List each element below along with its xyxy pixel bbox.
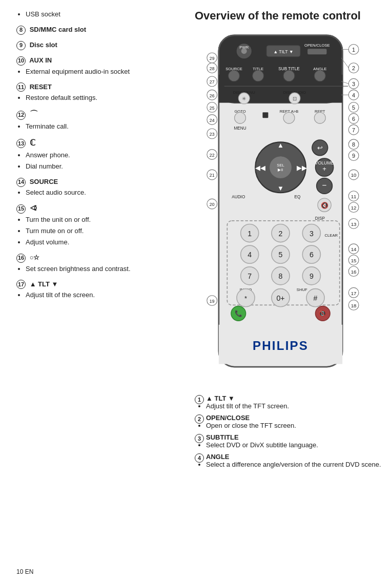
num-11: 11	[16, 82, 26, 92]
auxin-item: External equipment audio-in socket	[26, 67, 177, 77]
sdmmc-section: 8 SD/MMC card slot	[16, 25, 177, 35]
source-title: 14 SOURCE	[16, 177, 177, 187]
power-item3: Adjust volume.	[26, 237, 177, 247]
item1-title: ▲ TLT ▼	[206, 394, 383, 402]
item3-title: SUBTITLE	[206, 433, 383, 441]
brightness-section: 16 ○☆ Set screen brightness and contrast…	[16, 253, 177, 274]
svg-text:8: 8	[278, 272, 282, 280]
power-section: 15 ⏿ Turn the unit on or off. Turn mute …	[16, 203, 177, 247]
svg-text:📵: 📵	[319, 310, 327, 318]
svg-text:20: 20	[209, 202, 214, 207]
svg-point-75	[314, 70, 325, 81]
remote-diagram: 1 2 3 4 5 6 7 8 9 10 11 12 13 14 15 16 1…	[202, 30, 376, 385]
svg-text:⊡: ⊡	[292, 96, 296, 102]
discslot-title: 9 Disc slot	[16, 40, 177, 50]
svg-text:9: 9	[309, 272, 313, 280]
item2-bullet: Open or close the TFT screen.	[206, 422, 383, 429]
hangup-item: Terminate call.	[26, 121, 177, 132]
num-16: 16	[16, 254, 26, 263]
svg-text:▶▶: ▶▶	[297, 164, 307, 172]
item4-bullet1: Select a difference angle/version of the…	[206, 461, 383, 468]
svg-text:4: 4	[352, 92, 355, 98]
svg-point-74	[283, 70, 295, 81]
auxin-section: 10 AUX IN External equipment audio-in so…	[16, 55, 177, 76]
svg-text:5: 5	[352, 105, 355, 111]
bottom-item-4: 4 ANGLE Select a difference angle/versio…	[195, 453, 383, 468]
tlt-section: 17 ▲ TLT ▼ Adjust tilt of the screen.	[16, 279, 177, 300]
svg-text:18: 18	[350, 303, 356, 308]
svg-text:6: 6	[309, 251, 313, 259]
svg-text:AUDIO: AUDIO	[232, 195, 245, 199]
svg-text:SHUF: SHUF	[296, 287, 307, 292]
tlt-title: 17 ▲ TLT ▼	[16, 279, 177, 289]
power-item2: Turn mute on or off.	[26, 226, 177, 236]
svg-text:25: 25	[209, 106, 214, 111]
num-17: 17	[16, 280, 26, 289]
answer-item1: Answer phone.	[26, 150, 177, 160]
num-10: 10	[16, 56, 26, 66]
reset-item: Restore default settings.	[26, 93, 177, 103]
item4-title: ANGLE	[206, 453, 383, 461]
svg-text:15: 15	[350, 258, 356, 263]
discslot-section: 9 Disc slot	[16, 40, 177, 50]
svg-text:▼: ▼	[277, 184, 284, 192]
hangup-section: 12 ⌒ Terminate call.	[16, 108, 177, 132]
svg-text:6: 6	[352, 116, 355, 122]
brightness-item: Set screen brightness and contrast.	[26, 264, 177, 274]
num-13: 13	[16, 139, 26, 148]
tlt-item: Adjust tilt of the screen.	[26, 290, 177, 300]
svg-text:MENU: MENU	[234, 127, 246, 131]
svg-text:26: 26	[209, 93, 214, 98]
svg-text:−: −	[322, 181, 326, 190]
svg-text:SEL: SEL	[277, 163, 284, 168]
svg-text:1: 1	[352, 47, 355, 53]
svg-text:4: 4	[247, 251, 252, 259]
svg-text:PHILIPS: PHILIPS	[252, 339, 308, 353]
svg-rect-67	[307, 49, 326, 55]
svg-text:2: 2	[352, 65, 355, 71]
answer-item2: Dial number.	[26, 161, 177, 172]
svg-text:3: 3	[309, 230, 313, 238]
svg-text:#: #	[313, 294, 317, 302]
svg-text:▶II: ▶II	[278, 168, 283, 173]
svg-text:DISP: DISP	[315, 216, 325, 221]
svg-text:1: 1	[247, 230, 252, 238]
item1-bullet: Adjust tilt of the TFT screen.	[206, 402, 383, 410]
svg-text:21: 21	[209, 173, 214, 178]
answer-title: 13 ℂ	[16, 137, 177, 150]
hangup-title: 12 ⌒	[16, 108, 177, 121]
svg-text:9: 9	[352, 153, 355, 159]
svg-text:11: 11	[350, 194, 356, 199]
svg-text:◀◀: ◀◀	[255, 164, 265, 172]
svg-text:▲: ▲	[277, 142, 284, 150]
bottom-item-3: 3 SUBTITLE Select DVD or DivX subtitle l…	[195, 433, 383, 449]
source-item: Select audio source.	[26, 188, 177, 198]
svg-text:13: 13	[350, 221, 356, 227]
svg-text:OPEN/CLOSE: OPEN/CLOSE	[304, 43, 329, 48]
num-8: 8	[16, 26, 26, 35]
left-column: USB socket 8 SD/MMC card slot 9 Disc slo…	[0, 0, 190, 582]
num-15: 15	[16, 204, 26, 214]
svg-text:↩: ↩	[317, 144, 322, 152]
item2-title: OPEN/CLOSE	[206, 414, 383, 422]
svg-text:EQ: EQ	[294, 195, 300, 199]
page-number: 10 EN	[16, 567, 33, 577]
answer-section: 13 ℂ Answer phone. Dial number.	[16, 137, 177, 172]
num-9: 9	[16, 41, 26, 50]
svg-point-87	[283, 113, 295, 124]
reset-title: 11 RESET	[16, 82, 177, 92]
auxin-title: 10 AUX IN	[16, 55, 177, 66]
svg-text:▲ TILT ▼: ▲ TILT ▼	[273, 49, 293, 54]
svg-text:17: 17	[350, 290, 356, 296]
svg-text:CLEAR: CLEAR	[324, 233, 338, 238]
svg-text:2: 2	[278, 230, 282, 238]
svg-text:27: 27	[209, 80, 214, 85]
power-title: 15 ⏿	[16, 203, 177, 214]
svg-text:28: 28	[209, 66, 214, 71]
svg-text:7: 7	[352, 127, 355, 133]
power-item1: Turn the unit on or off.	[26, 215, 177, 225]
svg-text:10: 10	[350, 173, 356, 178]
svg-text:📞: 📞	[234, 310, 242, 318]
svg-text:0+: 0+	[276, 294, 284, 302]
svg-text:5: 5	[278, 251, 282, 259]
